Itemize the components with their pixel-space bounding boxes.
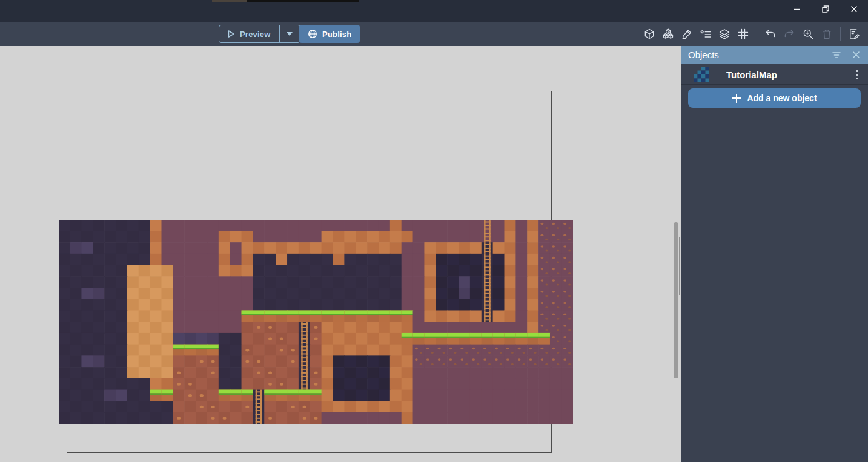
object-label: TutorialMap [726,70,777,80]
window-controls [783,0,868,18]
close-icon[interactable] [850,49,862,61]
object-list-item[interactable]: TutorialMap [681,65,868,84]
kebab-menu-icon[interactable] [856,70,858,79]
minimize-button[interactable] [783,0,811,18]
grid-icon[interactable] [735,25,751,43]
preview-label: Preview [240,30,271,39]
play-icon [227,30,235,38]
plus-icon [732,94,741,103]
trash-icon[interactable] [819,25,835,43]
objects-panel: Objects TutorialMap Add a new object [681,46,868,462]
canvas-vertical-scrollbar[interactable] [674,222,678,378]
tilemap-instance[interactable] [59,220,573,424]
minimize-icon [793,5,801,13]
zoom-in-icon[interactable] [800,25,816,43]
background-window-edge [212,0,247,2]
toolbar-icon-group [641,24,862,44]
preview-options-button[interactable] [279,25,300,42]
filter-icon[interactable] [830,49,843,61]
instances-list-icon[interactable] [698,25,714,43]
scene-properties-icon[interactable] [846,25,862,43]
publish-button[interactable]: Publish [299,25,360,43]
preview-button[interactable]: Preview [219,25,279,42]
objects-cube-icon[interactable] [641,25,657,43]
objects-panel-header: Objects [681,46,868,64]
toolbar-separator [757,27,757,41]
restore-button[interactable] [811,0,840,18]
restore-icon [821,5,830,13]
objects-panel-title: Objects [688,50,719,60]
window-titlebar [0,0,868,22]
background-window-edge [247,0,359,2]
edit-pencil-icon[interactable] [679,25,695,43]
close-button[interactable] [840,0,868,18]
app-window: Preview Publish [0,0,868,462]
redo-icon[interactable] [781,25,797,43]
scene-canvas[interactable] [0,46,681,462]
preview-split-button: Preview [219,25,300,43]
toolbar-separator [840,27,841,41]
add-object-button[interactable]: Add a new object [688,88,861,108]
add-object-label: Add a new object [747,93,817,103]
panel-scrollbar[interactable] [679,237,680,295]
divider [681,84,868,85]
tilemap-artwork [59,220,573,424]
editor-toolbar: Preview Publish [0,22,868,46]
close-icon [850,5,858,13]
object-groups-icon[interactable] [660,25,676,43]
globe-icon [308,29,317,39]
layers-icon[interactable] [717,25,732,43]
publish-label: Publish [322,30,351,39]
tilemap-checker-thumbnail [694,67,709,82]
chevron-down-icon [287,32,293,36]
undo-icon[interactable] [763,25,778,43]
